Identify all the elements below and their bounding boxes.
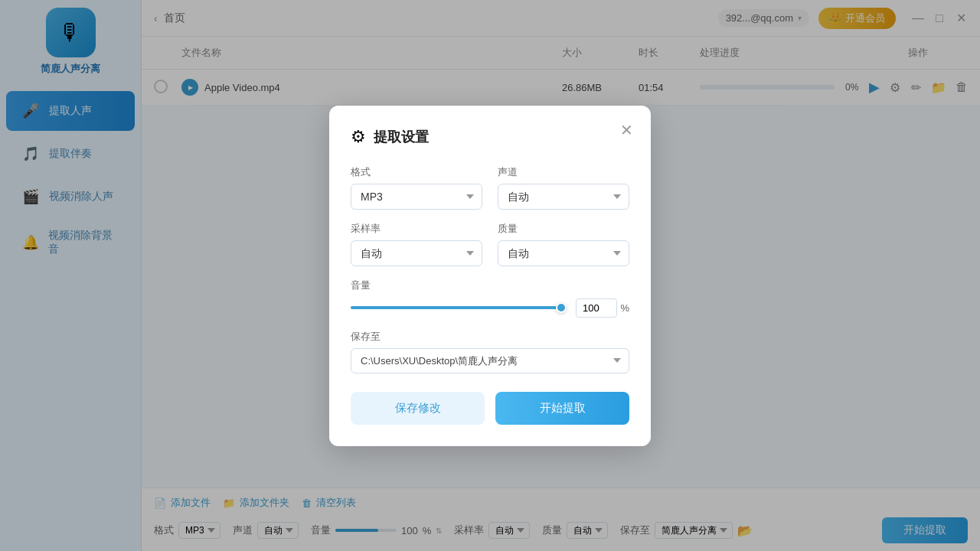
dialog-sample-field: 采样率 自动 44100Hz 48000Hz (351, 222, 482, 266)
modal-overlay[interactable]: ⚙ 提取设置 ✕ 格式 MP3 WAV AAC 声道 自动 单声道 立体声 (0, 0, 980, 551)
dialog-header: ⚙ 提取设置 (351, 127, 629, 147)
dialog-save-path-section: 保存至 C:\Users\XU\Desktop\简鹿人声分离 (351, 330, 629, 373)
dialog-sample-label: 采样率 (351, 222, 482, 236)
dialog-quality-select[interactable]: 自动 128kbps 320kbps (498, 240, 629, 266)
dialog-title: 提取设置 (374, 128, 429, 146)
dialog-close-button[interactable]: ✕ (616, 119, 637, 141)
dialog-format-label: 格式 (351, 165, 482, 179)
volume-slider-thumb (556, 302, 567, 313)
volume-input[interactable] (576, 298, 617, 318)
dialog-format-field: 格式 MP3 WAV AAC (351, 165, 482, 210)
dialog-settings-grid: 格式 MP3 WAV AAC 声道 自动 单声道 立体声 采样率 自动 (351, 165, 629, 266)
extract-settings-dialog: ⚙ 提取设置 ✕ 格式 MP3 WAV AAC 声道 自动 单声道 立体声 (329, 106, 651, 446)
dialog-volume-section: 音量 % (351, 279, 629, 318)
volume-pct-label: % (620, 302, 629, 314)
volume-control: % (351, 298, 629, 318)
dialog-channel-select[interactable]: 自动 单声道 立体声 (498, 184, 629, 210)
dialog-quality-label: 质量 (498, 222, 629, 236)
volume-slider-track (351, 306, 567, 309)
volume-input-group: % (576, 298, 629, 318)
dialog-save-path-label: 保存至 (351, 330, 629, 344)
dialog-title-icon: ⚙ (351, 127, 366, 147)
dialog-start-button[interactable]: 开始提取 (495, 392, 629, 425)
volume-slider-fill (351, 306, 567, 309)
dialog-quality-field: 质量 自动 128kbps 320kbps (498, 222, 629, 266)
dialog-save-path-select[interactable]: C:\Users\XU\Desktop\简鹿人声分离 (351, 348, 629, 373)
dialog-sample-select[interactable]: 自动 44100Hz 48000Hz (351, 240, 482, 266)
dialog-footer: 保存修改 开始提取 (351, 392, 629, 425)
dialog-volume-label: 音量 (351, 279, 629, 292)
dialog-channel-label: 声道 (498, 165, 629, 179)
dialog-channel-field: 声道 自动 单声道 立体声 (498, 165, 629, 210)
dialog-format-select[interactable]: MP3 WAV AAC (351, 184, 482, 210)
dialog-save-button[interactable]: 保存修改 (351, 392, 485, 425)
